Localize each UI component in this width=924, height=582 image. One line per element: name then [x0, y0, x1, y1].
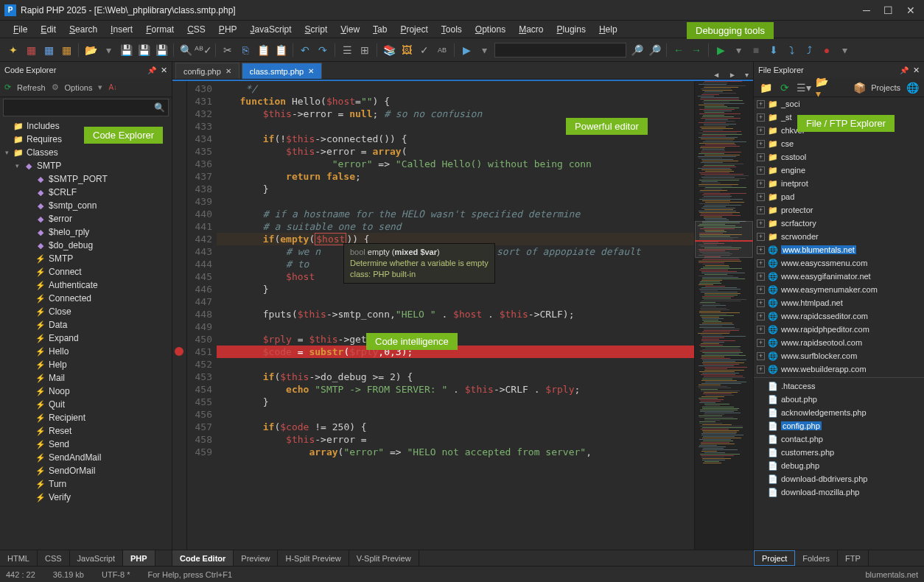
refresh-icon[interactable]: ⟳ — [4, 83, 11, 92]
fe-folder[interactable]: +🌐www.easymenumaker.com — [754, 283, 924, 296]
tree-method[interactable]: ⚡Quit — [0, 398, 172, 411]
save-dropdown-icon[interactable]: 💾 — [154, 43, 169, 57]
fe-file[interactable]: 📄.htaccess — [754, 379, 924, 393]
tab-menu-icon[interactable]: ▾ — [741, 71, 753, 79]
menu-search[interactable]: Search — [63, 23, 103, 36]
fe-globe-icon[interactable]: 🌐 — [905, 80, 920, 95]
gear-icon[interactable]: ⚙ — [52, 83, 59, 92]
fe-file[interactable]: 📄customers.php — [754, 446, 924, 459]
redo-icon[interactable]: ↷ — [315, 43, 330, 57]
expand-icon[interactable]: + — [757, 339, 765, 347]
fe-file[interactable]: 📄debug.php — [754, 459, 924, 472]
fe-new-icon[interactable]: 📁 — [758, 80, 773, 95]
tree-method[interactable]: ⚡Data — [0, 318, 172, 332]
fe-tab-ftp[interactable]: FTP — [838, 550, 869, 566]
close-button[interactable]: ✕ — [906, 4, 915, 16]
tree-method[interactable]: ⚡SMTP — [0, 252, 172, 265]
dropdown2-icon[interactable]: ▾ — [477, 43, 491, 57]
fe-folder[interactable]: +🌐www.htmlpad.net — [754, 296, 924, 309]
step-icon[interactable]: ⬇ — [766, 43, 781, 57]
tree-member[interactable]: ◆$helo_rply — [0, 225, 172, 239]
back-icon[interactable]: ← — [671, 43, 686, 57]
library-icon[interactable]: 📚 — [382, 43, 396, 57]
find-icon[interactable]: 🔎 — [629, 43, 644, 57]
view-tab-v-split-preview[interactable]: V-Split Preview — [349, 550, 419, 566]
menu-help[interactable]: Help — [593, 23, 623, 36]
menu-javascript[interactable]: JavaScript — [245, 23, 298, 36]
fe-file[interactable]: 📄download-mozilla.php — [754, 485, 924, 499]
tree-method[interactable]: ⚡Verify — [0, 491, 172, 504]
fe-open-icon[interactable]: 📂▾ — [816, 80, 830, 95]
expand-icon[interactable]: + — [757, 113, 765, 122]
new-css-icon[interactable]: ▦ — [59, 43, 74, 57]
stop-icon[interactable]: ■ — [749, 43, 763, 57]
fe-tab-folders[interactable]: Folders — [795, 550, 838, 566]
expand-icon[interactable]: + — [757, 365, 765, 374]
refresh-label[interactable]: Refresh — [17, 83, 46, 92]
pin2-icon[interactable]: 📌 — [900, 66, 909, 74]
expand-icon[interactable]: + — [757, 273, 765, 281]
expand-icon[interactable]: + — [757, 312, 765, 320]
fe-file[interactable]: 📄acknowledgements.php — [754, 406, 924, 419]
fe-folder[interactable]: +🌐www.easycssmenu.com — [754, 256, 924, 270]
expand-icon[interactable]: + — [757, 127, 765, 135]
paste-icon[interactable]: 📋 — [256, 43, 270, 57]
open-icon[interactable]: 📂 — [83, 43, 98, 57]
tree-class-smtp[interactable]: ▾◆SMTP — [0, 159, 172, 172]
fe-folder[interactable]: +📁cse — [754, 137, 924, 150]
fe-view-icon[interactable]: ☰▾ — [797, 80, 811, 95]
code-search-input[interactable] — [7, 102, 154, 113]
tab-config-php[interactable]: config.php ✕ — [175, 63, 239, 79]
forward-icon[interactable]: → — [689, 43, 704, 57]
tab-close-icon[interactable]: ✕ — [225, 67, 231, 75]
fe-folder[interactable]: +🌐www.webuilderapp.com — [754, 362, 924, 376]
expand-icon[interactable]: + — [757, 259, 765, 267]
highlight-icon[interactable]: AB — [435, 43, 449, 57]
copy-icon[interactable]: ⎘ — [238, 43, 253, 57]
menu-macro[interactable]: Macro — [513, 23, 549, 36]
menu-css[interactable]: CSS — [181, 23, 211, 36]
spellcheck-icon[interactable]: ᴬᴮ✓ — [196, 43, 211, 57]
image-icon[interactable]: 🖼 — [399, 43, 414, 57]
layout-icon[interactable]: ⊞ — [357, 43, 372, 57]
tree-method[interactable]: ⚡Connected — [0, 292, 172, 305]
fe-folder[interactable]: +🌐www.rapidphpeditor.com — [754, 323, 924, 336]
expand-icon[interactable]: + — [757, 166, 765, 175]
tree-member[interactable]: ◆$smtp_conn — [0, 199, 172, 212]
run-icon[interactable]: ▶ — [713, 43, 728, 57]
tree-method[interactable]: ⚡Reset — [0, 424, 172, 438]
fe-folder[interactable]: +🌐www.blumentals.net — [754, 243, 924, 256]
close-panel-icon[interactable]: ✕ — [161, 66, 167, 75]
projects-label[interactable]: Projects — [871, 83, 900, 92]
menu-edit[interactable]: Edit — [35, 23, 62, 36]
expand-icon[interactable]: + — [757, 220, 765, 228]
tree-method[interactable]: ⚡Recipient — [0, 411, 172, 424]
dropdown-icon[interactable]: ▾ — [101, 43, 116, 57]
validate-icon[interactable]: ✓ — [417, 43, 432, 57]
expand-icon[interactable]: + — [757, 246, 765, 254]
view-tab-code-editor[interactable]: Code Editor — [172, 550, 234, 566]
find-next-icon[interactable]: 🔎 — [647, 43, 662, 57]
menu-file[interactable]: File — [7, 23, 33, 36]
close-panel2-icon[interactable]: ✕ — [913, 66, 920, 75]
dropdown3-icon[interactable]: ▾ — [837, 43, 852, 57]
fe-folder[interactable]: +📁scrfactory — [754, 217, 924, 230]
tree-method[interactable]: ⚡Connect — [0, 265, 172, 278]
expand-icon[interactable]: + — [757, 100, 765, 108]
tree-method[interactable]: ⚡Help — [0, 358, 172, 371]
tree-method[interactable]: ⚡SendAndMail — [0, 451, 172, 464]
menu-php[interactable]: PHP — [213, 23, 243, 36]
menu-plugins[interactable]: Plugins — [551, 23, 592, 36]
saveall-icon[interactable]: 💾 — [136, 43, 151, 57]
tab-next-icon[interactable]: ► — [724, 71, 741, 79]
tab-close-icon[interactable]: ✕ — [308, 67, 314, 75]
tree-method[interactable]: ⚡Noop — [0, 385, 172, 398]
fe-folder[interactable]: +📁_soci — [754, 97, 924, 111]
menu-options[interactable]: Options — [469, 23, 511, 36]
fe-folder[interactable]: +📁engine — [754, 164, 924, 177]
pin-icon[interactable]: 📌 — [147, 66, 156, 74]
sort-icon[interactable]: A↓ — [108, 83, 117, 91]
tree-method[interactable]: ⚡SendOrMail — [0, 464, 172, 477]
expand-icon[interactable]: + — [757, 206, 765, 214]
fold-gutter[interactable] — [172, 81, 187, 550]
